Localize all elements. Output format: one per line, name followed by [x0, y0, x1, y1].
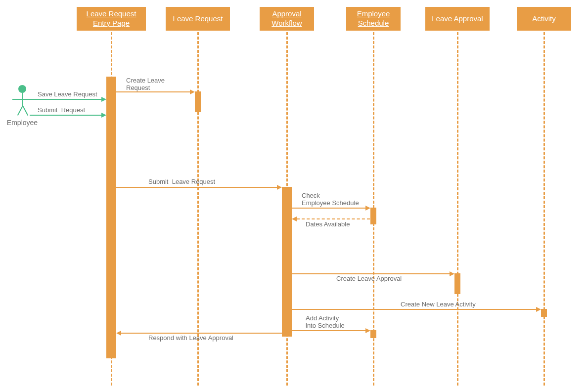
lifeline-activity: [543, 32, 545, 386]
participant-approval: Leave Approval: [425, 7, 490, 31]
activation-leavereq: [195, 91, 201, 112]
participant-label: Leave Request Entry Page: [80, 9, 142, 28]
participant-leavereq: Leave Request: [166, 7, 230, 31]
msg-label: Add Activity into Schedule: [306, 314, 345, 329]
msg-label: Save Leave Request: [38, 90, 97, 98]
activation-activity: [541, 309, 547, 317]
activation-workflow: [282, 187, 292, 337]
participant-workflow: Approval Workflow: [260, 7, 314, 31]
msg-label: Check Employee Schedule: [302, 192, 359, 207]
participant-label: Approval Workflow: [263, 9, 311, 28]
msg-label: Create New Leave Activity: [401, 301, 476, 308]
activation-approval: [454, 273, 460, 294]
actor-employee-icon: [12, 85, 32, 117]
activation-schedule-2: [370, 330, 376, 338]
participant-label: Leave Approval: [432, 14, 483, 24]
lifeline-approval: [457, 32, 458, 386]
msg-label: Create Leave Request: [126, 77, 165, 91]
msg-label: Respond with Leave Approval: [148, 334, 233, 342]
participant-entrypage: Leave Request Entry Page: [77, 7, 146, 31]
msg-label: Dates Available: [306, 220, 350, 228]
participant-activity: Activity: [517, 7, 571, 31]
msg-label: Create Leave Approval: [336, 275, 402, 282]
participant-label: Activity: [532, 14, 556, 24]
participant-label: Employee Schedule: [350, 9, 397, 28]
msg-label: Submit Request: [38, 106, 85, 114]
participant-schedule: Employee Schedule: [346, 7, 401, 31]
participant-label: Leave Request: [173, 14, 223, 24]
actor-employee-label: Employee: [5, 119, 40, 127]
activation-schedule-1: [370, 208, 376, 224]
activation-entrypage: [106, 77, 116, 358]
msg-label: Submit Leave Request: [148, 178, 215, 185]
